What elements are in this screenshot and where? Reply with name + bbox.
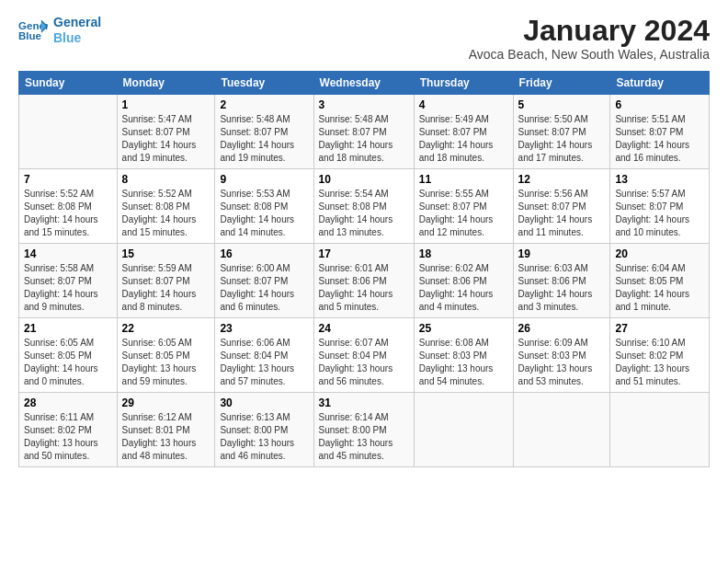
title-block: January 2024 Avoca Beach, New South Wale… bbox=[469, 15, 710, 62]
calendar-title: January 2024 bbox=[469, 15, 710, 47]
col-thursday: Thursday bbox=[414, 72, 513, 95]
table-row bbox=[513, 393, 610, 467]
day-number: 19 bbox=[518, 247, 606, 260]
table-row: 18Sunrise: 6:02 AM Sunset: 8:06 PM Dayli… bbox=[414, 244, 513, 318]
table-row: 2Sunrise: 5:48 AM Sunset: 8:07 PM Daylig… bbox=[215, 95, 313, 169]
day-info: Sunrise: 6:11 AM Sunset: 8:02 PM Dayligh… bbox=[24, 412, 98, 461]
day-info: Sunrise: 6:04 AM Sunset: 8:05 PM Dayligh… bbox=[615, 263, 689, 312]
table-row: 29Sunrise: 6:12 AM Sunset: 8:01 PM Dayli… bbox=[117, 393, 215, 467]
day-info: Sunrise: 5:49 AM Sunset: 8:07 PM Dayligh… bbox=[419, 114, 494, 163]
day-number: 31 bbox=[319, 396, 409, 409]
calendar-week-row: 21Sunrise: 6:05 AM Sunset: 8:05 PM Dayli… bbox=[19, 318, 710, 393]
table-row: 5Sunrise: 5:50 AM Sunset: 8:07 PM Daylig… bbox=[513, 95, 610, 169]
day-info: Sunrise: 6:14 AM Sunset: 8:00 PM Dayligh… bbox=[319, 412, 393, 461]
col-monday: Monday bbox=[117, 72, 215, 95]
table-row: 16Sunrise: 6:00 AM Sunset: 8:07 PM Dayli… bbox=[215, 244, 313, 318]
calendar-header-row: Sunday Monday Tuesday Wednesday Thursday… bbox=[19, 72, 710, 95]
day-info: Sunrise: 5:52 AM Sunset: 8:08 PM Dayligh… bbox=[122, 189, 197, 237]
day-number: 4 bbox=[419, 98, 508, 111]
day-number: 26 bbox=[518, 322, 606, 335]
col-sunday: Sunday bbox=[19, 72, 118, 95]
table-row: 12Sunrise: 5:56 AM Sunset: 8:07 PM Dayli… bbox=[513, 169, 610, 244]
day-number: 24 bbox=[319, 322, 409, 335]
col-friday: Friday bbox=[513, 72, 610, 95]
day-info: Sunrise: 5:51 AM Sunset: 8:07 PM Dayligh… bbox=[615, 114, 689, 163]
day-info: Sunrise: 5:47 AM Sunset: 8:07 PM Dayligh… bbox=[122, 114, 197, 163]
day-number: 13 bbox=[615, 173, 704, 186]
logo-text-line1: General bbox=[53, 15, 101, 30]
table-row: 23Sunrise: 6:06 AM Sunset: 8:04 PM Dayli… bbox=[215, 318, 313, 393]
day-number: 3 bbox=[319, 98, 409, 111]
day-info: Sunrise: 5:50 AM Sunset: 8:07 PM Dayligh… bbox=[518, 114, 593, 163]
table-row: 31Sunrise: 6:14 AM Sunset: 8:00 PM Dayli… bbox=[313, 393, 414, 467]
day-info: Sunrise: 5:58 AM Sunset: 8:07 PM Dayligh… bbox=[24, 263, 98, 312]
day-info: Sunrise: 5:48 AM Sunset: 8:07 PM Dayligh… bbox=[220, 114, 294, 163]
col-tuesday: Tuesday bbox=[215, 72, 313, 95]
day-info: Sunrise: 5:55 AM Sunset: 8:07 PM Dayligh… bbox=[419, 189, 494, 237]
table-row: 7Sunrise: 5:52 AM Sunset: 8:08 PM Daylig… bbox=[19, 169, 118, 244]
day-number: 8 bbox=[122, 173, 210, 186]
table-row bbox=[19, 95, 118, 169]
day-info: Sunrise: 6:06 AM Sunset: 8:04 PM Dayligh… bbox=[220, 338, 294, 386]
day-info: Sunrise: 6:08 AM Sunset: 8:03 PM Dayligh… bbox=[419, 338, 494, 386]
day-number: 20 bbox=[615, 247, 704, 260]
table-row: 28Sunrise: 6:11 AM Sunset: 8:02 PM Dayli… bbox=[19, 393, 118, 467]
table-row: 13Sunrise: 5:57 AM Sunset: 8:07 PM Dayli… bbox=[610, 169, 710, 244]
day-number: 9 bbox=[220, 173, 308, 186]
table-row: 11Sunrise: 5:55 AM Sunset: 8:07 PM Dayli… bbox=[414, 169, 513, 244]
calendar-week-row: 7Sunrise: 5:52 AM Sunset: 8:08 PM Daylig… bbox=[19, 169, 710, 244]
day-info: Sunrise: 5:54 AM Sunset: 8:08 PM Dayligh… bbox=[319, 189, 393, 237]
table-row: 14Sunrise: 5:58 AM Sunset: 8:07 PM Dayli… bbox=[19, 244, 118, 318]
day-info: Sunrise: 5:52 AM Sunset: 8:08 PM Dayligh… bbox=[24, 189, 98, 237]
day-info: Sunrise: 6:13 AM Sunset: 8:00 PM Dayligh… bbox=[220, 412, 294, 461]
calendar-table: Sunday Monday Tuesday Wednesday Thursday… bbox=[18, 71, 710, 467]
day-info: Sunrise: 6:09 AM Sunset: 8:03 PM Dayligh… bbox=[518, 338, 593, 386]
table-row: 24Sunrise: 6:07 AM Sunset: 8:04 PM Dayli… bbox=[313, 318, 414, 393]
table-row: 21Sunrise: 6:05 AM Sunset: 8:05 PM Dayli… bbox=[19, 318, 118, 393]
day-info: Sunrise: 6:12 AM Sunset: 8:01 PM Dayligh… bbox=[122, 412, 197, 461]
day-number: 21 bbox=[24, 322, 112, 335]
logo-icon: General Blue bbox=[18, 17, 48, 43]
col-saturday: Saturday bbox=[610, 72, 710, 95]
logo: General Blue General Blue bbox=[18, 15, 101, 46]
day-info: Sunrise: 6:00 AM Sunset: 8:07 PM Dayligh… bbox=[220, 263, 294, 312]
logo-text-line2: Blue bbox=[53, 30, 101, 46]
table-row: 30Sunrise: 6:13 AM Sunset: 8:00 PM Dayli… bbox=[215, 393, 313, 467]
table-row: 19Sunrise: 6:03 AM Sunset: 8:06 PM Dayli… bbox=[513, 244, 610, 318]
day-info: Sunrise: 6:05 AM Sunset: 8:05 PM Dayligh… bbox=[24, 338, 98, 386]
day-number: 14 bbox=[24, 247, 112, 260]
day-number: 5 bbox=[518, 98, 606, 111]
table-row: 1Sunrise: 5:47 AM Sunset: 8:07 PM Daylig… bbox=[117, 95, 215, 169]
table-row: 8Sunrise: 5:52 AM Sunset: 8:08 PM Daylig… bbox=[117, 169, 215, 244]
day-number: 16 bbox=[220, 247, 308, 260]
page-header: General Blue General Blue January 2024 A… bbox=[18, 15, 710, 62]
table-row: 10Sunrise: 5:54 AM Sunset: 8:08 PM Dayli… bbox=[313, 169, 414, 244]
calendar-subtitle: Avoca Beach, New South Wales, Australia bbox=[469, 47, 710, 62]
day-number: 2 bbox=[220, 98, 308, 111]
table-row: 3Sunrise: 5:48 AM Sunset: 8:07 PM Daylig… bbox=[313, 95, 414, 169]
svg-text:Blue: Blue bbox=[18, 30, 42, 41]
day-number: 7 bbox=[24, 173, 112, 186]
day-number: 1 bbox=[122, 98, 210, 111]
table-row: 27Sunrise: 6:10 AM Sunset: 8:02 PM Dayli… bbox=[610, 318, 710, 393]
day-number: 25 bbox=[419, 322, 508, 335]
col-wednesday: Wednesday bbox=[313, 72, 414, 95]
calendar-week-row: 28Sunrise: 6:11 AM Sunset: 8:02 PM Dayli… bbox=[19, 393, 710, 467]
day-info: Sunrise: 5:59 AM Sunset: 8:07 PM Dayligh… bbox=[122, 263, 197, 312]
table-row: 26Sunrise: 6:09 AM Sunset: 8:03 PM Dayli… bbox=[513, 318, 610, 393]
day-info: Sunrise: 6:01 AM Sunset: 8:06 PM Dayligh… bbox=[319, 263, 393, 312]
day-number: 23 bbox=[220, 322, 308, 335]
table-row: 15Sunrise: 5:59 AM Sunset: 8:07 PM Dayli… bbox=[117, 244, 215, 318]
table-row: 6Sunrise: 5:51 AM Sunset: 8:07 PM Daylig… bbox=[610, 95, 710, 169]
table-row bbox=[414, 393, 513, 467]
day-info: Sunrise: 5:56 AM Sunset: 8:07 PM Dayligh… bbox=[518, 189, 593, 237]
day-number: 18 bbox=[419, 247, 508, 260]
day-info: Sunrise: 6:02 AM Sunset: 8:06 PM Dayligh… bbox=[419, 263, 494, 312]
day-number: 15 bbox=[122, 247, 210, 260]
day-number: 22 bbox=[122, 322, 210, 335]
day-info: Sunrise: 5:57 AM Sunset: 8:07 PM Dayligh… bbox=[615, 189, 689, 237]
day-number: 29 bbox=[122, 396, 210, 409]
calendar-week-row: 14Sunrise: 5:58 AM Sunset: 8:07 PM Dayli… bbox=[19, 244, 710, 318]
day-info: Sunrise: 6:07 AM Sunset: 8:04 PM Dayligh… bbox=[319, 338, 393, 386]
day-info: Sunrise: 5:53 AM Sunset: 8:08 PM Dayligh… bbox=[220, 189, 294, 237]
